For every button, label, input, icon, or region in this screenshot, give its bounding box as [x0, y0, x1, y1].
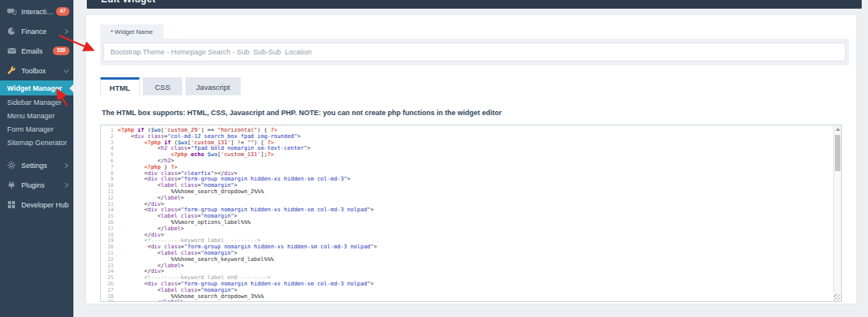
editor-note: The HTML box supports: HTML, CSS, Javasc… — [102, 109, 502, 117]
tab-css[interactable]: CSS — [143, 77, 182, 95]
line-numbers: 1234567891011121314151617181920212223242… — [101, 128, 114, 302]
pie-chart-icon — [7, 27, 17, 36]
grid-icon — [7, 200, 17, 210]
wrench-icon — [7, 66, 17, 76]
sidebar-item-sidebar-manager[interactable]: Sidebar Manager — [0, 95, 73, 109]
sidebar-item-label: Plugins — [21, 181, 45, 189]
interactions-count-badge: 47 — [56, 7, 69, 16]
required-asterisk: * — [110, 28, 113, 35]
edit-widget-card: * Widget Name HTML CSS Javascript The HT… — [85, 14, 857, 304]
scrollbar-thumb[interactable] — [835, 135, 840, 171]
sidebar-item-label: Finance — [21, 28, 47, 35]
chevron-right-icon — [63, 28, 69, 35]
sidebar-item-label: Widget Manager — [7, 84, 62, 92]
sidebar-item-label: Interactions — [21, 8, 56, 16]
sidebar-item-label: Developer Hub — [21, 201, 69, 209]
page-title: Edit Widget — [101, 0, 155, 5]
widget-name-tab-label: Widget Name — [114, 28, 152, 35]
gear-icon — [7, 161, 17, 170]
sidebar-item-emails[interactable]: Emails 539 — [0, 41, 73, 61]
sidebar: Interactions 47 Finance Emails 539 Toolb… — [0, 0, 73, 317]
sidebar-item-label: Toolbox — [21, 67, 46, 75]
plugin-icon — [7, 181, 17, 190]
sidebar-item-settings[interactable]: Settings — [0, 155, 73, 175]
tab-javascript[interactable]: Javascript — [185, 77, 241, 95]
tab-html[interactable]: HTML — [100, 77, 140, 95]
chevron-right-icon — [63, 162, 69, 169]
chat-icon — [7, 7, 17, 17]
mail-icon — [7, 47, 17, 56]
scroll-up-arrow-icon[interactable] — [836, 128, 840, 131]
editor-tab-bar: HTML CSS Javascript — [100, 77, 241, 95]
sidebar-item-menu-manager[interactable]: Menu Manager — [0, 109, 73, 122]
sidebar-item-widget-manager[interactable]: Widget Manager — [0, 80, 73, 95]
sidebar-item-form-manager[interactable]: Form Manager — [0, 122, 73, 136]
page-header-bar: Edit Widget — [87, 0, 862, 9]
emails-count-badge: 539 — [53, 47, 69, 55]
sidebar-item-plugins[interactable]: Plugins — [0, 175, 73, 195]
page: Interactions 47 Finance Emails 539 Toolb… — [0, 0, 868, 317]
code-editor[interactable]: 1234567891011121314151617181920212223242… — [100, 125, 842, 302]
widget-name-panel — [100, 39, 849, 65]
sidebar-item-label: Form Manager — [7, 125, 54, 133]
sidebar-item-label: Menu Manager — [7, 112, 55, 120]
sidebar-item-toolbox[interactable]: Toolbox — [0, 61, 73, 80]
sidebar-item-interactions[interactable]: Interactions 47 — [0, 2, 73, 21]
widget-name-input[interactable] — [103, 43, 846, 62]
chevron-right-icon — [63, 182, 69, 188]
sidebar-item-finance[interactable]: Finance — [0, 21, 73, 41]
sidebar-item-label: Sidebar Manager — [7, 99, 62, 106]
tab-widget-name[interactable]: * Widget Name — [100, 24, 163, 39]
code-content[interactable]: <?php if ($wa['custom_29'] == "horizonta… — [118, 128, 832, 301]
sidebar-item-label: Emails — [21, 47, 43, 55]
editor-vertical-scrollbar[interactable] — [833, 125, 841, 301]
resize-grip-icon[interactable] — [834, 294, 840, 300]
chevron-down-icon — [63, 68, 69, 74]
sidebar-item-developer-hub[interactable]: Developer Hub — [0, 195, 73, 214]
sidebar-item-label: Sitemap Generator — [7, 139, 67, 147]
sidebar-item-label: Settings — [21, 162, 47, 170]
sidebar-item-sitemap-generator[interactable]: Sitemap Generator — [0, 136, 73, 149]
